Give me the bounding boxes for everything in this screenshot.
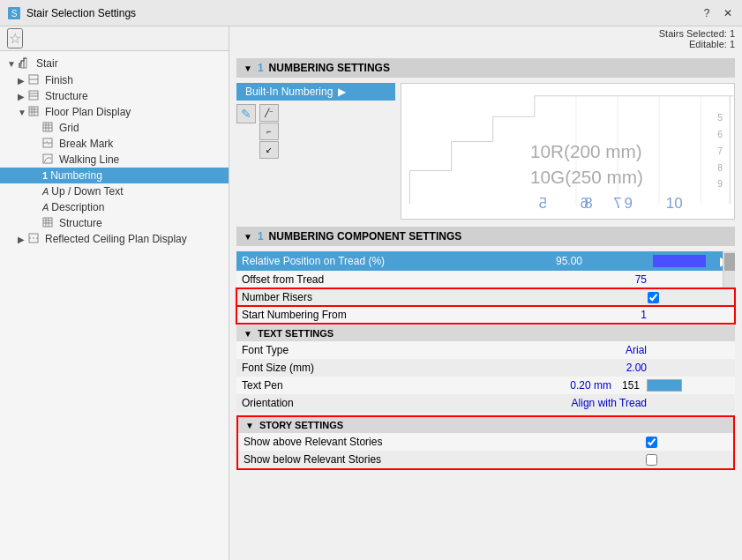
svg-text:9: 9 <box>625 195 633 212</box>
tree-arrow-reflected: ▶ <box>18 235 28 244</box>
start-numbering-row[interactable]: Start Numbering From 1 <box>236 306 735 324</box>
number-risers-checkbox[interactable] <box>648 292 659 303</box>
close-button[interactable]: ✕ <box>721 6 735 20</box>
stair-preview-svg: 10R(200 mm) 10G(250 mm) 5 6 7 8 9 10 5 6… <box>401 84 734 216</box>
numbering-collapse-arrow: ▼ <box>244 63 252 73</box>
tree-item-grid[interactable]: ▶ Grid <box>0 120 229 136</box>
tree-item-up-down-text[interactable]: ▶ A Up / Down Text <box>0 183 229 199</box>
tree-item-structure[interactable]: ▶ Structure <box>0 88 229 104</box>
tool-btn-3[interactable]: ↙ <box>259 141 279 159</box>
window-title: Stair Selection Settings <box>26 7 700 19</box>
main-container: ☆ ▼ Stair ▶ Finis <box>0 26 742 560</box>
text-settings-header[interactable]: ▼ TEXT SETTINGS <box>236 325 735 341</box>
tree-item-stair[interactable]: ▼ Stair <box>0 55 229 72</box>
svg-text:10: 10 <box>666 195 683 212</box>
text-pen-row: Text Pen 0.20 mm 151 <box>236 377 735 394</box>
tree-label-structure2: Structure <box>59 217 102 229</box>
tree-label-grid: Grid <box>59 122 79 134</box>
numbering-icon: 1 <box>42 170 48 181</box>
tree-label-finish: Finish <box>45 74 73 86</box>
component-settings-header[interactable]: ▼ 1 NUMBERING COMPONENT SETTINGS <box>236 227 735 246</box>
break-mark-icon <box>42 138 56 150</box>
text-settings-rows: Font Type Arial Font Size (mm) 2.00 Text… <box>236 341 735 412</box>
left-toolbar: ☆ <box>0 26 229 51</box>
scrollbar-thumb <box>724 253 735 271</box>
show-below-checkbox[interactable] <box>646 454 657 466</box>
orientation-value: Align with Tread <box>572 397 647 409</box>
cursor-tool-btn[interactable]: ✎ <box>236 104 256 123</box>
text-pen-value: 0.20 mm <box>570 379 611 392</box>
number-risers-row[interactable]: Number Risers <box>236 288 735 306</box>
tree-label-numbering: Numbering <box>50 169 102 182</box>
tree-item-description[interactable]: ▶ A Description <box>0 199 229 215</box>
story-settings-header[interactable]: ▼ STORY SETTINGS <box>238 417 733 433</box>
offset-label: Offset from Tread <box>242 273 635 286</box>
show-above-label: Show above Relevant Stories <box>244 436 646 448</box>
font-size-row: Font Size (mm) 2.00 <box>236 359 735 377</box>
tree-item-finish[interactable]: ▶ Finish <box>0 72 229 88</box>
tree-item-numbering[interactable]: ▶ 1 Numbering <box>0 168 229 183</box>
component-section-label: NUMBERING COMPONENT SETTINGS <box>269 230 462 243</box>
show-above-row: Show above Relevant Stories <box>238 433 733 451</box>
tool-btn-1[interactable]: ╱⁻ <box>259 104 279 122</box>
description-icon: A <box>42 202 49 213</box>
component-section-number: 1 <box>258 230 264 243</box>
text-settings-label: TEXT SETTINGS <box>258 328 334 339</box>
tree-label-reflected: Reflected Ceiling Plan Display <box>45 233 187 245</box>
tree-item-reflected-ceiling[interactable]: ▶ Reflected Ceiling Plan Display <box>0 231 229 247</box>
tree-item-walking-line[interactable]: ▶ Walking Line <box>0 152 229 168</box>
tool-buttons: ✎ ╱⁻ ⌐ ↙ <box>236 104 395 159</box>
right-panel: ▼ 1 NUMBERING SETTINGS Built-In Numberin… <box>229 51 742 560</box>
tree-label-up-down-text: Up / Down Text <box>51 185 123 198</box>
svg-text:10R(200 mm): 10R(200 mm) <box>530 141 642 161</box>
relative-position-swatch <box>653 255 706 267</box>
built-in-numbering-dropdown[interactable]: Built-In Numbering ▶ <box>236 83 395 101</box>
structure2-icon <box>42 217 56 229</box>
favorite-button[interactable]: ☆ <box>7 28 23 49</box>
tool-btn-2[interactable]: ⌐ <box>259 123 279 140</box>
svg-rect-10 <box>29 107 38 116</box>
font-type-value: Arial <box>626 344 647 356</box>
svg-text:7: 7 <box>717 146 723 156</box>
svg-line-22 <box>47 141 49 145</box>
orientation-row: Orientation Align with Tread <box>236 394 735 412</box>
numbering-settings-header[interactable]: ▼ 1 NUMBERING SETTINGS <box>236 58 735 78</box>
tree-arrow-finish: ▶ <box>18 76 28 86</box>
tree-label-structure: Structure <box>45 90 88 102</box>
relative-position-value: 95.00 <box>556 255 582 267</box>
font-type-row: Font Type Arial <box>236 341 735 359</box>
text-pen-label: Text Pen <box>242 379 570 392</box>
dropdown-arrow: ▶ <box>338 86 346 98</box>
tree-label-floor-plan: Floor Plan Display <box>45 106 131 118</box>
show-above-checkbox[interactable] <box>646 437 657 448</box>
svg-text:10G(250 mm): 10G(250 mm) <box>530 167 643 187</box>
title-bar: S Stair Selection Settings ? ✕ <box>0 0 742 26</box>
relative-position-row[interactable]: Relative Position on Tread (%) 95.00 ▶ <box>236 251 735 271</box>
tree-item-break-mark[interactable]: ▶ Break Mark <box>0 136 229 152</box>
offset-row[interactable]: Offset from Tread 75 <box>236 271 735 288</box>
walking-line-icon <box>42 153 56 166</box>
story-settings-arrow: ▼ <box>245 421 254 430</box>
numbering-section-number: 1 <box>258 62 264 74</box>
window-controls: ? ✕ <box>700 6 735 20</box>
start-numbering-label: Start Numbering From <box>242 309 641 321</box>
component-settings-rows: Relative Position on Tread (%) 95.00 ▶ O… <box>236 251 735 324</box>
svg-text:5: 5 <box>717 113 723 123</box>
help-button[interactable]: ? <box>700 6 714 20</box>
show-below-row: Show below Relevant Stories <box>238 451 733 468</box>
tree-label-description: Description <box>51 201 104 213</box>
story-settings-box: ▼ STORY SETTINGS Show above Relevant Sto… <box>236 415 735 470</box>
app-icon: S <box>7 6 21 20</box>
tree-item-floor-plan-display[interactable]: ▼ Floor Plan Display <box>0 104 229 120</box>
numbering-left: Built-In Numbering ▶ ✎ ╱⁻ ⌐ ↙ <box>236 83 395 220</box>
text-pen-swatch <box>647 379 682 392</box>
tree-item-structure2[interactable]: ▶ Structure <box>0 215 229 231</box>
svg-rect-15 <box>43 123 52 131</box>
font-size-label: Font Size (mm) <box>242 362 626 374</box>
numbering-controls: Built-In Numbering ▶ ✎ ╱⁻ ⌐ ↙ <box>236 83 735 220</box>
reflected-icon <box>28 233 41 245</box>
font-size-value: 2.00 <box>626 362 647 374</box>
orientation-label: Orientation <box>242 397 572 409</box>
preview-canvas: 10R(200 mm) 10G(250 mm) 5 6 7 8 9 10 5 6… <box>401 83 735 220</box>
offset-value: 75 <box>635 273 647 286</box>
